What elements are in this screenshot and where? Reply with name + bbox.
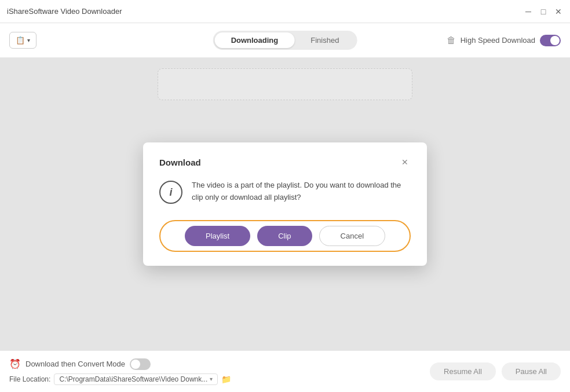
dialog-overlay: Download ✕ i The video is a part of the … (0, 58, 570, 350)
cancel-button[interactable]: Cancel (319, 226, 385, 246)
folder-icon[interactable]: 📁 (221, 375, 231, 384)
dialog-title: Download (159, 157, 201, 167)
add-document-icon: 📋 (16, 36, 25, 45)
app-title: iShareSoftware Video Downloader (7, 7, 122, 16)
tab-switcher: Downloading Finished (213, 31, 357, 50)
footer-right: Resume All Pause All (430, 362, 561, 380)
dialog-header: Download ✕ (159, 156, 411, 168)
titlebar: iShareSoftware Video Downloader ─ □ ✕ (0, 0, 570, 23)
footer-location-row: File Location: C:\ProgramData\iShareSoft… (9, 373, 231, 385)
convert-toggle-knob (131, 360, 140, 369)
add-button[interactable]: 📋 ▾ (9, 32, 36, 49)
resume-all-button[interactable]: Resume All (430, 362, 496, 380)
clock-icon: ⏰ (9, 358, 21, 369)
toolbar-right: 🗑 High Speed Download (447, 35, 561, 46)
dialog-close-button[interactable]: ✕ (399, 156, 411, 168)
dialog-buttons: Playlist Clip Cancel (159, 220, 411, 252)
high-speed-toggle[interactable] (540, 35, 561, 46)
playlist-button[interactable]: Playlist (185, 226, 250, 246)
pause-all-button[interactable]: Pause All (502, 362, 561, 380)
download-dialog: Download ✕ i The video is a part of the … (143, 142, 427, 266)
tab-downloading[interactable]: Downloading (215, 32, 295, 48)
maximize-button[interactable]: □ (539, 7, 548, 16)
toolbar: 📋 ▾ Downloading Finished 🗑 High Speed Do… (0, 23, 570, 58)
location-path[interactable]: C:\ProgramData\iShareSoftware\Video Down… (54, 373, 218, 385)
mode-label: Download then Convert Mode (25, 360, 125, 368)
footer-left: ⏰ Download then Convert Mode File Locati… (9, 358, 231, 385)
path-chevron-icon: ▾ (210, 376, 213, 382)
location-path-text: C:\ProgramData\iShareSoftware\Video Down… (59, 375, 207, 383)
window-controls: ─ □ ✕ (524, 7, 563, 16)
clip-button[interactable]: Clip (257, 226, 312, 246)
high-speed-label: High Speed Download (461, 36, 535, 45)
close-button[interactable]: ✕ (554, 7, 563, 16)
main-content: Download ✕ i The video is a part of the … (0, 58, 570, 350)
footer-mode-row: ⏰ Download then Convert Mode (9, 358, 231, 370)
convert-mode-toggle[interactable] (130, 358, 151, 370)
dialog-message: The video is a part of the playlist. Do … (192, 179, 411, 204)
add-chevron-icon: ▾ (27, 37, 30, 43)
toggle-knob (550, 36, 560, 45)
footer: ⏰ Download then Convert Mode File Locati… (0, 350, 570, 392)
trash-icon[interactable]: 🗑 (447, 35, 456, 46)
tab-finished[interactable]: Finished (294, 32, 355, 48)
location-label: File Location: (9, 375, 50, 383)
dialog-body: i The video is a part of the playlist. D… (159, 179, 411, 204)
info-icon: i (159, 181, 182, 204)
minimize-button[interactable]: ─ (524, 7, 533, 16)
